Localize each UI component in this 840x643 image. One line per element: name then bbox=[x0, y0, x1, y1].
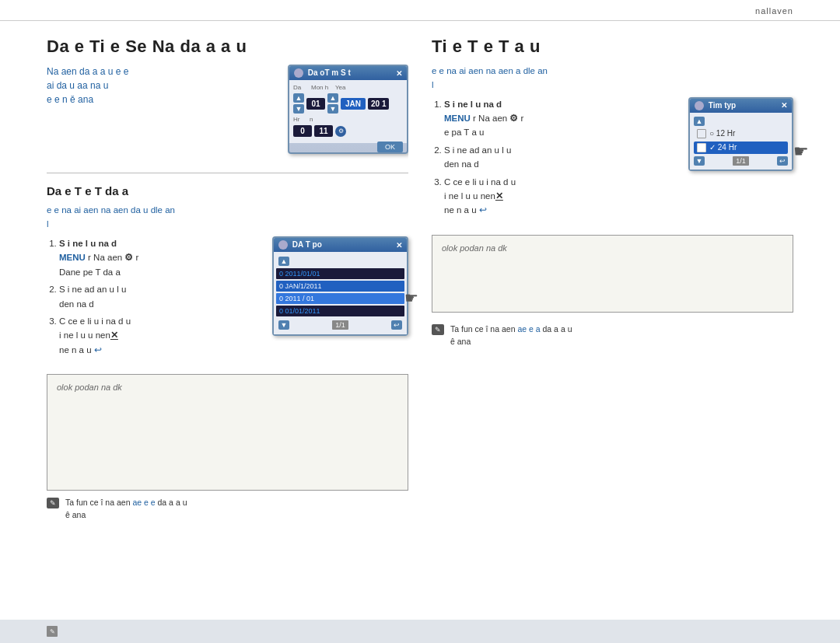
left-body-blue: e e na ai aen na aen da u dle an l bbox=[47, 204, 408, 232]
datetime-widget-close[interactable]: ✕ bbox=[396, 69, 402, 78]
dao-up-controls: ▲ bbox=[276, 254, 404, 268]
dt-day-label: Da bbox=[293, 84, 309, 91]
dt-min-value: 11 bbox=[314, 125, 333, 137]
right-step-1: S i ne l u na d MENU r Na aen ⚙ r e pa T… bbox=[444, 97, 674, 140]
main-content: Da e Ti e Se Na da a a u Da oT m S t ✕ bbox=[0, 21, 840, 537]
dt-month-up[interactable]: ▲ bbox=[327, 93, 338, 103]
right-note-box: olok podan na dk bbox=[432, 235, 793, 313]
dao-item-0[interactable]: 0 2011/01/01 bbox=[276, 268, 404, 279]
page-marker-left-icon: ✎ bbox=[50, 628, 55, 635]
time-24hr-checkbox bbox=[697, 143, 706, 152]
right-body-blue: e e na ai aen na aen a dle an l bbox=[432, 65, 793, 93]
dao-page-num: 1/1 bbox=[332, 320, 348, 330]
time-down-btn[interactable]: ▼ bbox=[694, 156, 705, 166]
dt-hr-min-row: 0 11 ⚙ bbox=[293, 125, 403, 137]
left-note-label: olok podan na dk bbox=[57, 383, 398, 392]
dt-hr-label: Hr bbox=[293, 116, 307, 123]
time-up-btn[interactable]: ▲ bbox=[694, 117, 705, 126]
dao-down-btn[interactable]: ▼ bbox=[278, 320, 289, 330]
dt-month-down[interactable]: ▼ bbox=[327, 104, 338, 114]
right-heading-1: Ti e T e T a u bbox=[432, 37, 793, 57]
time-widget-close[interactable]: ✕ bbox=[781, 101, 787, 110]
dt-settings-icon[interactable]: ⚙ bbox=[335, 126, 346, 137]
left-step-3: C ce e li u i na d u i ne l u u nen✕ ne … bbox=[59, 314, 258, 357]
time-type-widget: Tim typ ✕ ▲ ○ 12 Hr bbox=[688, 97, 793, 171]
dt-ok-button[interactable]: OK bbox=[377, 142, 403, 152]
dt-year-value: 20 1 bbox=[368, 98, 389, 110]
time-up-control: ▲ bbox=[694, 117, 788, 126]
right-steps-list: S i ne l u na d MENU r Na aen ⚙ r e pa T… bbox=[432, 97, 674, 218]
dao-bottom-controls: ▼ 1/1 ↩ bbox=[276, 318, 404, 332]
left-steps-row: S i ne l u na d MENU r Na aen ⚙ r Dane p… bbox=[47, 236, 408, 365]
header-bar: nallaven bbox=[0, 0, 840, 21]
dao-back-btn[interactable]: ↩ bbox=[391, 320, 402, 330]
dao-widget-close[interactable]: ✕ bbox=[396, 241, 402, 250]
right-footer-icon: ✎ bbox=[432, 324, 444, 335]
dao-item-1[interactable]: 0 JAN/1/2011 bbox=[276, 281, 404, 292]
dao-widget-titlebar: DA T po ✕ bbox=[274, 238, 407, 252]
right-step-3: C ce e li u i na d u i ne l u u nen✕ ne … bbox=[444, 175, 674, 218]
time-option-12hr[interactable]: ○ 12 Hr bbox=[694, 128, 788, 140]
left-divider bbox=[47, 173, 408, 173]
right-steps-text: S i ne l u na d MENU r Na aen ⚙ r e pa T… bbox=[432, 97, 674, 225]
right-step-2: S i ne ad an u l u den na d bbox=[444, 143, 674, 172]
left-footer-note: ✎ Ta fun ce î na aen ae e e da a a u ê a… bbox=[47, 497, 408, 522]
left-footer-text: Ta fun ce î na aen ae e e da a a u ê ana bbox=[65, 497, 187, 522]
time-hand-cursor: ☛ bbox=[793, 142, 809, 162]
time-24hr-label: ✓ 24 Hr bbox=[709, 143, 737, 152]
dao-list: ▲ 0 2011/01/01 0 JAN/1/2011 0 2011 / 01 … bbox=[274, 252, 407, 334]
dt-top-labels: Da Mon h Yea bbox=[293, 84, 403, 91]
left-steps-list: S i ne l u na d MENU r Na aen ⚙ r Dane p… bbox=[47, 236, 258, 357]
dt-min-label: n bbox=[310, 116, 324, 123]
right-note-label: olok podan na dk bbox=[442, 243, 783, 253]
dao-widget-title: DA T po bbox=[278, 240, 322, 250]
dt-month-value: JAN bbox=[341, 98, 366, 110]
page-container: nallaven Da e Ti e Se Na da a a u Da oT … bbox=[0, 0, 840, 643]
datetime-set-widget: Da oT m S t ✕ Da Mon h Yea ▲ bbox=[288, 65, 408, 154]
left-steps-text: S i ne l u na d MENU r Na aen ⚙ r Dane p… bbox=[47, 236, 258, 365]
dao-widget: DA T po ✕ ▲ 0 2011/01/01 0 JAN/1/2011 0 … bbox=[272, 236, 408, 336]
dao-item-2[interactable]: 0 2011 / 01 ☛ bbox=[276, 293, 404, 304]
time-12hr-label: ○ 12 Hr bbox=[709, 129, 735, 138]
dt-year-label: Yea bbox=[335, 84, 357, 91]
dao-item-3[interactable]: 0 01/01/2011 bbox=[276, 306, 404, 316]
time-widget-body: ▲ ○ 12 Hr ✓ 24 Hr ▼ 1/1 bbox=[690, 113, 792, 169]
dt-hr-value: 0 bbox=[293, 125, 312, 137]
left-intro-section: Da oT m S t ✕ Da Mon h Yea ▲ bbox=[47, 65, 408, 162]
time-bottom-controls: ▼ 1/1 ↩ bbox=[694, 156, 788, 166]
time-back-btn[interactable]: ↩ bbox=[777, 156, 788, 166]
datetime-widget-title: Da oT m S t bbox=[294, 68, 351, 78]
left-heading-1: Da e Ti e Se Na da a a u bbox=[47, 37, 408, 57]
dt-month-arrows: ▲ ▼ bbox=[327, 93, 338, 114]
left-column: Da e Ti e Se Na da a a u Da oT m S t ✕ bbox=[47, 37, 408, 522]
time-page-num: 1/1 bbox=[733, 156, 749, 166]
page-marker-left: ✎ bbox=[47, 626, 58, 637]
right-column: Ti e T e T a u e e na ai aen na aen a dl… bbox=[432, 37, 793, 522]
left-step-1: S i ne l u na d MENU r Na aen ⚙ r Dane p… bbox=[59, 236, 258, 279]
right-steps-row: S i ne l u na d MENU r Na aen ⚙ r e pa T… bbox=[432, 97, 793, 225]
dt-day-value: 01 bbox=[306, 98, 325, 110]
datetime-widget-titlebar: Da oT m S t ✕ bbox=[289, 66, 407, 80]
time-12hr-checkbox bbox=[697, 129, 706, 138]
time-widget-titlebar: Tim typ ✕ bbox=[690, 99, 792, 113]
left-step-2: S i ne ad an u l u den na d bbox=[59, 282, 258, 311]
right-footer-note: ✎ Ta fun ce î na aen ae e a da a a u ê a… bbox=[432, 323, 793, 348]
header-title: nallaven bbox=[755, 6, 793, 16]
datetime-widget-body: Da Mon h Yea ▲ ▼ 01 ▲ ▼ bbox=[289, 80, 407, 143]
time-option-24hr[interactable]: ✓ 24 Hr bbox=[694, 142, 788, 154]
right-footer-text: Ta fun ce î na aen ae e a da a a u ê ana bbox=[450, 323, 572, 348]
page-bottom-bar: ✎ bbox=[0, 620, 840, 643]
dt-day-arrows: ▲ ▼ bbox=[293, 93, 304, 114]
dt-day-up[interactable]: ▲ bbox=[293, 93, 304, 103]
dt-month-label: Mon h bbox=[311, 84, 333, 91]
time-widget-title: Tim typ bbox=[695, 101, 736, 110]
dt-hr-min-labels: Hr n bbox=[293, 116, 403, 123]
dt-arrows-top: ▲ ▼ 01 ▲ ▼ JAN 20 1 bbox=[293, 93, 403, 114]
left-heading-2: Da e T e T da a bbox=[47, 184, 408, 197]
dt-day-down[interactable]: ▼ bbox=[293, 104, 304, 114]
left-footer-icon: ✎ bbox=[47, 498, 59, 508]
left-note-box: olok podan na dk bbox=[47, 374, 408, 491]
dao-up-btn[interactable]: ▲ bbox=[278, 257, 289, 266]
